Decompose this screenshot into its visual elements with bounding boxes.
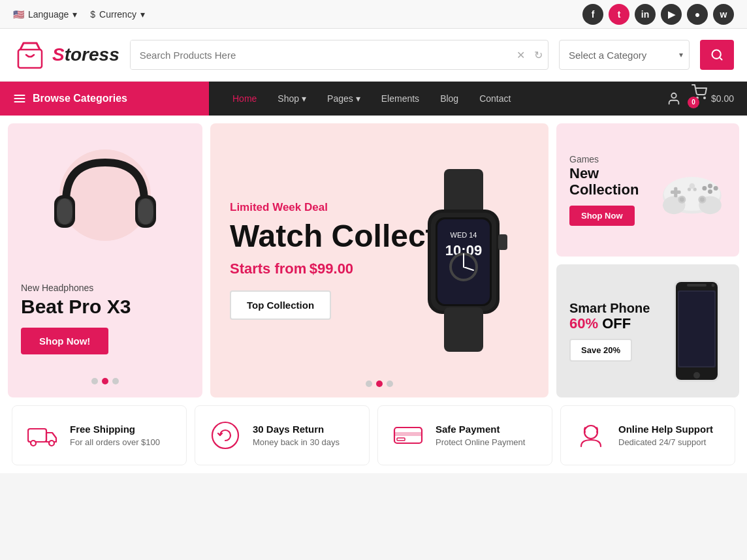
nav-link-elements[interactable]: Elements: [371, 82, 430, 116]
feature-payment-title: Safe Payment: [436, 424, 525, 435]
dot-2[interactable]: [102, 378, 108, 384]
top-collection-button[interactable]: Top Collection: [230, 290, 331, 320]
pages-chevron-icon: ▾: [356, 93, 360, 104]
category-select[interactable]: Select a Category Electronics Fashion Wa…: [559, 40, 690, 70]
language-selector[interactable]: 🇺🇸 Language ▾: [13, 9, 77, 20]
youtube-icon[interactable]: ▶: [661, 4, 682, 25]
svg-rect-49: [687, 284, 707, 287]
nav-link-pages[interactable]: Pages ▾: [317, 82, 371, 116]
feature-shipping-text: Free Shipping For all orders over $100: [70, 424, 160, 447]
feature-return-title: 30 Days Return: [253, 424, 340, 435]
svg-point-9: [704, 97, 705, 99]
user-icon: [667, 91, 681, 106]
games-shop-btn[interactable]: Shop Now: [569, 206, 635, 226]
center-dot-2[interactable]: [376, 381, 383, 387]
top-bar-left: 🇺🇸 Language ▾ $ Currency ▾: [13, 9, 145, 20]
category-wrapper: Select a Category Electronics Fashion Wa…: [559, 40, 690, 70]
browse-categories-button[interactable]: Browse Categories: [0, 82, 209, 116]
feature-support: Online Help Support Dedicated 24/7 suppo…: [560, 405, 735, 465]
nav-link-home[interactable]: Home: [222, 82, 267, 116]
center-dot-3[interactable]: [387, 381, 393, 387]
search-icon: [710, 48, 723, 61]
svg-rect-57: [397, 438, 405, 441]
nav-right: 0 $0.00: [667, 84, 747, 114]
games-title: New Collection: [569, 166, 658, 197]
phone-save-btn[interactable]: Save 20%: [569, 339, 632, 362]
search-button[interactable]: [700, 40, 734, 70]
svg-rect-47: [679, 292, 714, 366]
svg-line-3: [720, 57, 722, 60]
center-dot-1[interactable]: [366, 381, 372, 387]
flag-icon: 🇺🇸: [13, 9, 24, 20]
nav-link-contact[interactable]: Contact: [469, 82, 521, 116]
feature-return: 30 Days Return Money back in 30 days: [195, 405, 370, 465]
support-icon: [574, 420, 608, 450]
svg-rect-32: [674, 187, 677, 198]
feature-support-text: Online Help Support Dedicated 24/7 suppo…: [618, 424, 713, 447]
svg-point-54: [212, 422, 238, 448]
svg-point-40: [700, 197, 705, 202]
left-banner-subtitle: New Headphones: [21, 283, 189, 293]
logo[interactable]: Storess: [13, 38, 119, 72]
nav-link-shop[interactable]: Shop ▾: [267, 82, 317, 116]
social-links: f t in ▶ ● w: [582, 4, 734, 25]
cart-button[interactable]: 0 $0.00: [691, 84, 734, 114]
cart-total: $0.00: [711, 93, 734, 104]
facebook-icon[interactable]: f: [582, 4, 603, 25]
twitter-icon[interactable]: t: [609, 4, 629, 25]
whatsapp-icon[interactable]: w: [713, 4, 734, 25]
svg-rect-17: [444, 169, 483, 215]
svg-point-38: [680, 197, 684, 202]
svg-rect-1: [18, 50, 42, 68]
header: Storess ✕ ↻ Select a Category Electronic…: [0, 29, 747, 82]
watch-image: WED 14 10:09: [392, 169, 535, 352]
right-banner-games: Games New Collection Shop Now: [556, 123, 739, 257]
left-banner: New Headphones Beat Pro X3 Shop Now!: [8, 123, 202, 397]
instagram-icon[interactable]: in: [635, 4, 656, 25]
svg-text:WED 14: WED 14: [451, 231, 477, 239]
games-label: Games: [569, 154, 658, 164]
cart-badge: 0: [688, 97, 699, 108]
center-banner-price: $99.00: [310, 260, 353, 277]
feature-payment-sub: Protect Online Payment: [436, 437, 525, 447]
feature-return-text: 30 Days Return Money back in 30 days: [253, 424, 340, 447]
currency-selector[interactable]: $ Currency ▾: [90, 9, 145, 20]
nav-links: Home Shop ▾ Pages ▾ Elements Blog Contac…: [209, 82, 667, 116]
phone-title: Smart Phone: [569, 301, 650, 315]
svg-point-15: [57, 198, 72, 225]
left-banner-shop-btn[interactable]: Shop Now!: [21, 328, 108, 354]
language-chevron-icon: ▾: [72, 9, 77, 20]
svg-rect-51: [28, 429, 46, 442]
svg-point-35: [708, 189, 712, 194]
phone-off: 60% OFF: [569, 315, 650, 332]
feature-shipping-title: Free Shipping: [70, 424, 160, 435]
feature-payment-text: Safe Payment Protect Online Payment: [436, 424, 525, 447]
menu-icon: [13, 92, 26, 105]
dribbble-icon[interactable]: ●: [687, 4, 708, 25]
search-input[interactable]: [131, 40, 513, 69]
games-banner-text: Games New Collection Shop Now: [569, 154, 658, 225]
currency-chevron-icon: ▾: [140, 9, 145, 20]
dot-1[interactable]: [91, 378, 98, 384]
main-content: New Headphones Beat Pro X3 Shop Now! Lim…: [0, 116, 747, 405]
logo-icon: [13, 38, 47, 72]
search-clear-button[interactable]: ✕: [513, 49, 529, 61]
feature-return-sub: Money back in 30 days: [253, 437, 340, 447]
svg-point-7: [671, 93, 676, 98]
truck-icon: [25, 424, 59, 447]
feature-payment: Safe Payment Protect Online Payment: [377, 405, 552, 465]
currency-symbol-icon: $: [90, 9, 95, 20]
currency-label: Currency: [99, 9, 136, 20]
center-banner-dots: [366, 381, 393, 387]
svg-point-34: [708, 183, 712, 188]
left-banner-title: Beat Pro X3: [21, 296, 189, 317]
search-refresh-button[interactable]: ↻: [529, 49, 548, 61]
logo-text: Storess: [52, 44, 119, 65]
feature-strip: Free Shipping For all orders over $100 3…: [0, 405, 747, 473]
account-button[interactable]: [667, 91, 681, 106]
svg-point-52: [31, 441, 36, 446]
right-banner-phone: Smart Phone 60% OFF Save 20%: [556, 264, 739, 397]
nav-link-blog[interactable]: Blog: [430, 82, 469, 116]
shop-chevron-icon: ▾: [302, 93, 306, 104]
dot-3[interactable]: [112, 378, 119, 384]
